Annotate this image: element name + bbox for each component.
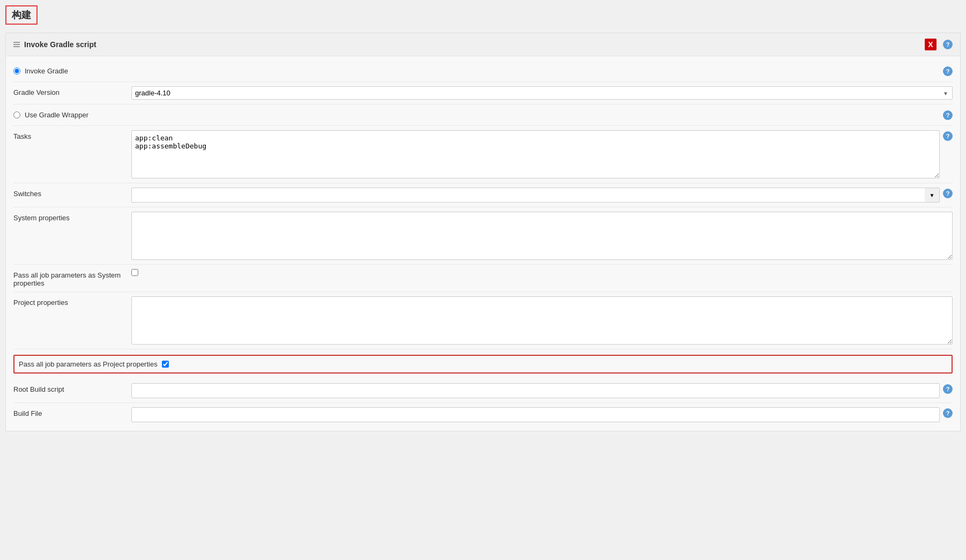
pass-project-properties-checkbox[interactable] xyxy=(162,361,169,368)
gradle-version-content: gradle-4.10 xyxy=(131,86,953,100)
project-properties-label: Project properties xyxy=(13,296,131,307)
tasks-help-icon[interactable]: ? xyxy=(943,131,953,141)
build-file-content xyxy=(131,407,940,422)
gradle-version-label: Gradle Version xyxy=(13,86,131,96)
tasks-textarea[interactable]: app:clean app:assembleDebug xyxy=(131,130,940,178)
switches-label: Switches xyxy=(13,188,131,198)
use-gradle-wrapper-option[interactable]: Use Gradle Wrapper xyxy=(13,108,88,122)
project-properties-textarea[interactable] xyxy=(131,296,953,345)
switches-help-icon[interactable]: ? xyxy=(943,189,953,198)
system-properties-textarea[interactable] xyxy=(131,212,953,260)
switches-row: Switches ▼ ? xyxy=(13,183,953,207)
switches-dropdown-btn[interactable]: ▼ xyxy=(925,188,940,203)
invoke-gradle-help-icon[interactable]: ? xyxy=(943,66,953,76)
gradle-wrapper-help-icon[interactable]: ? xyxy=(943,110,953,120)
drag-handle[interactable] xyxy=(13,42,20,47)
use-gradle-wrapper-label: Use Gradle Wrapper xyxy=(25,111,88,119)
invoke-gradle-label: Invoke Gradle xyxy=(25,67,68,75)
header-help-icon[interactable]: ? xyxy=(943,40,953,49)
switches-content: ▼ xyxy=(131,188,940,203)
pass-system-properties-checkbox[interactable] xyxy=(131,269,138,276)
invoke-gradle-card: Invoke Gradle script X ? Invoke Gradle ?… xyxy=(5,33,961,431)
use-gradle-wrapper-radio[interactable] xyxy=(13,111,20,118)
page-title: 构建 xyxy=(5,5,38,25)
root-build-script-label: Root Build script xyxy=(13,383,131,393)
root-build-script-content xyxy=(131,383,940,398)
card-header: Invoke Gradle script X ? xyxy=(6,33,960,56)
pass-project-properties-row: Pass all job parameters as Project prope… xyxy=(13,349,953,379)
gradle-version-row: Gradle Version gradle-4.10 xyxy=(13,82,953,104)
system-properties-row: System properties xyxy=(13,207,953,265)
tasks-label: Tasks xyxy=(13,130,131,140)
tasks-help: ? xyxy=(943,131,953,141)
switches-input[interactable] xyxy=(131,188,925,203)
project-properties-row: Project properties xyxy=(13,292,953,349)
form-body: Invoke Gradle ? Gradle Version gradle-4.… xyxy=(6,56,960,431)
gradle-version-select[interactable]: gradle-4.10 xyxy=(131,86,953,100)
system-properties-label: System properties xyxy=(13,212,131,222)
build-file-help-icon[interactable]: ? xyxy=(943,408,953,418)
invoke-gradle-radio[interactable] xyxy=(13,68,20,74)
system-properties-content xyxy=(131,212,953,260)
build-file-row: Build File ? xyxy=(13,403,953,427)
root-build-script-input[interactable] xyxy=(131,383,940,398)
page-container: 构建 Invoke Gradle script X ? Invoke Gradl… xyxy=(0,0,966,560)
pass-system-properties-label: Pass all job parameters as System proper… xyxy=(13,269,131,287)
root-build-script-row: Root Build script ? xyxy=(13,379,953,403)
pass-project-properties-highlighted: Pass all job parameters as Project prope… xyxy=(13,355,953,374)
build-file-label: Build File xyxy=(13,407,131,417)
card-title: Invoke Gradle script xyxy=(24,40,925,49)
pass-project-properties-label: Pass all job parameters as Project prope… xyxy=(19,360,158,368)
tasks-row: Tasks app:clean app:assembleDebug ? xyxy=(13,126,953,183)
pass-system-properties-content xyxy=(131,269,953,276)
project-properties-content xyxy=(131,296,953,345)
root-build-script-help-icon[interactable]: ? xyxy=(943,384,953,394)
close-button[interactable]: X xyxy=(925,39,937,50)
invoke-gradle-option[interactable]: Invoke Gradle xyxy=(13,64,68,78)
pass-system-properties-row: Pass all job parameters as System proper… xyxy=(13,265,953,292)
build-file-input[interactable] xyxy=(131,407,940,422)
tasks-content: app:clean app:assembleDebug xyxy=(131,130,940,178)
